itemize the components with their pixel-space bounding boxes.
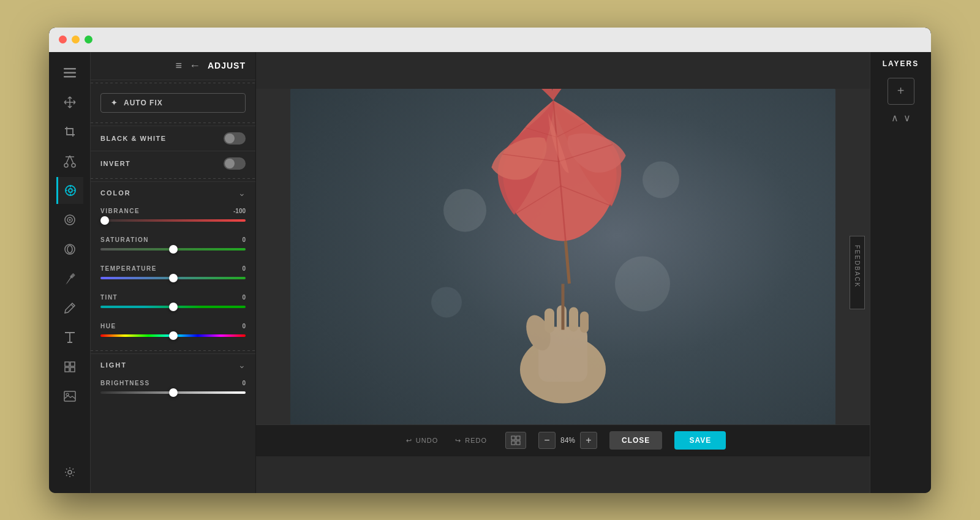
layers-title: LAYERS — [883, 59, 919, 68]
black-white-label: BLACK & WHITE — [100, 135, 224, 142]
auto-fix-icon: ✦ — [111, 99, 118, 107]
svg-rect-26 — [580, 311, 589, 333]
minimize-traffic-light[interactable] — [72, 36, 80, 43]
icon-bar — [49, 52, 91, 493]
redo-button[interactable]: ↪ REDO — [449, 433, 493, 448]
temperature-slider-row: TEMPERATURE 0 — [91, 262, 255, 290]
invert-row: INVERT — [91, 151, 255, 176]
light-section-header[interactable]: LIGHT ⌄ — [91, 353, 255, 376]
close-traffic-light[interactable] — [59, 36, 67, 43]
adjust-icon-btn[interactable] — [56, 177, 83, 204]
svg-rect-34 — [516, 436, 520, 440]
svg-point-30 — [615, 256, 670, 311]
maximize-traffic-light[interactable] — [85, 36, 92, 43]
svg-rect-2 — [64, 76, 76, 78]
leaf-svg — [416, 89, 710, 406]
panel-menu-icon[interactable]: ≡ — [175, 59, 182, 72]
svg-rect-36 — [516, 441, 520, 445]
svg-point-32 — [643, 161, 679, 198]
svg-rect-25 — [569, 307, 578, 331]
black-white-toggle[interactable] — [224, 132, 246, 145]
light-section-title: LIGHT — [100, 361, 238, 369]
layers-add-button[interactable]: + — [888, 78, 914, 105]
tint-slider-row: TINT 0 — [91, 290, 255, 319]
grid-view-button[interactable] — [505, 432, 526, 449]
saturation-label: SATURATION — [100, 236, 149, 243]
auto-fix-row: ✦ AUTO FIX — [91, 86, 255, 120]
tint-thumb[interactable] — [169, 303, 178, 311]
menu-icon-btn[interactable] — [56, 59, 83, 86]
title-bar — [49, 28, 931, 52]
layers-up-button[interactable]: ∧ — [891, 112, 899, 124]
hue-label: HUE — [100, 323, 116, 330]
temperature-track[interactable] — [100, 277, 246, 279]
undo-label: UNDO — [416, 437, 438, 444]
texture-icon-btn[interactable] — [56, 353, 83, 380]
tint-label: TINT — [100, 294, 118, 301]
hue-slider-row: HUE 0 — [91, 319, 255, 348]
canvas-area: FEEDBACK ↩ UNDO ↪ REDO — [256, 89, 870, 456]
cut-icon-btn[interactable] — [56, 148, 83, 175]
svg-point-3 — [64, 164, 68, 167]
traffic-lights — [59, 36, 92, 43]
zoom-out-button[interactable]: − — [538, 432, 556, 449]
svg-rect-35 — [511, 441, 515, 445]
invert-toggle[interactable] — [224, 157, 246, 170]
brush-icon-btn[interactable] — [56, 265, 83, 292]
icon-bar-top — [56, 59, 83, 459]
hue-track[interactable] — [100, 334, 246, 337]
divider-2 — [91, 122, 255, 123]
svg-rect-15 — [65, 367, 69, 372]
svg-point-11 — [67, 246, 72, 253]
temperature-value: 0 — [242, 265, 246, 272]
tint-track[interactable] — [100, 306, 246, 308]
auto-fix-button[interactable]: ✦ AUTO FIX — [100, 93, 246, 113]
feedback-button[interactable]: FEEDBACK — [850, 236, 865, 309]
svg-point-9 — [69, 219, 70, 220]
zoom-level-display: 84% — [560, 436, 575, 445]
svg-rect-0 — [64, 68, 76, 70]
back-button[interactable]: ← — [189, 59, 200, 72]
brightness-label: BRIGHTNESS — [100, 380, 150, 386]
hue-thumb[interactable] — [169, 331, 178, 340]
svg-point-19 — [68, 470, 72, 474]
pencil-icon-btn[interactable] — [56, 295, 83, 322]
brightness-value: 0 — [242, 380, 246, 386]
image-icon-btn[interactable] — [56, 383, 83, 410]
close-button[interactable]: CLOSE — [609, 431, 662, 450]
vibrance-slider-row: VIBRANCE -100 — [91, 204, 255, 233]
main-layout: ≡ ← ADJUST ✦ AUTO FIX BLACK & WHITE INVE… — [49, 52, 931, 493]
svg-rect-17 — [64, 391, 75, 401]
layers-down-button[interactable]: ∨ — [903, 112, 911, 124]
zoom-in-button[interactable]: + — [580, 432, 597, 449]
black-white-row: BLACK & WHITE — [91, 126, 255, 151]
tint-value: 0 — [242, 294, 246, 301]
bottom-toolbar: ↩ UNDO ↪ REDO — [256, 424, 870, 456]
canvas-wrapper: FEEDBACK ↩ UNDO ↪ REDO — [256, 52, 870, 493]
temperature-thumb[interactable] — [169, 274, 178, 282]
move-icon-btn[interactable] — [56, 89, 83, 116]
vibrance-label: VIBRANCE — [100, 208, 140, 214]
saturation-track[interactable] — [100, 248, 246, 251]
svg-point-29 — [443, 189, 486, 232]
save-button[interactable]: SAVE — [674, 431, 726, 450]
redo-icon: ↪ — [455, 437, 461, 445]
settings-icon-btn[interactable] — [56, 459, 83, 486]
vibrance-track[interactable] — [100, 219, 246, 222]
svg-point-31 — [431, 287, 462, 317]
saturation-thumb[interactable] — [169, 245, 178, 254]
redo-label: REDO — [465, 437, 487, 444]
crop-icon-btn[interactable] — [56, 118, 83, 145]
brightness-thumb[interactable] — [169, 388, 178, 397]
text-icon-btn[interactable] — [56, 324, 83, 351]
color-section-header[interactable]: COLOR ⌄ — [91, 181, 255, 204]
svg-rect-23 — [545, 308, 554, 333]
brightness-slider-row: BRIGHTNESS 0 — [91, 376, 255, 405]
vignette-icon-btn[interactable] — [56, 236, 83, 263]
svg-rect-1 — [64, 72, 76, 73]
svg-line-28 — [565, 241, 569, 284]
brightness-track[interactable] — [100, 391, 246, 394]
vibrance-thumb[interactable] — [100, 216, 109, 225]
undo-button[interactable]: ↩ UNDO — [400, 433, 444, 448]
effects-icon-btn[interactable] — [56, 206, 83, 233]
